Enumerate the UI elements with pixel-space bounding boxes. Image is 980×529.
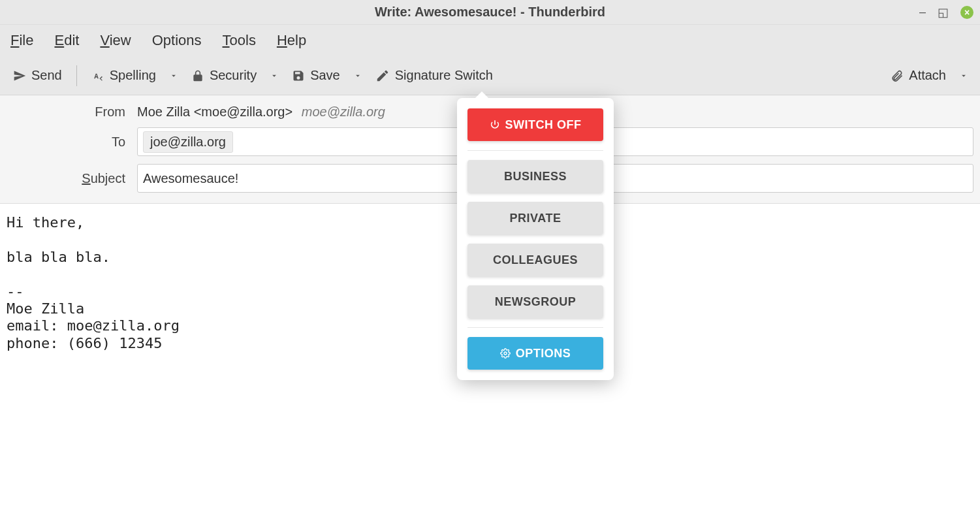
save-dropdown[interactable] — [351, 71, 365, 80]
recipient-chip[interactable]: joe@zilla.org — [143, 131, 233, 153]
from-account: moe@zilla.org — [302, 104, 385, 119]
attach-label: Attach — [909, 68, 946, 83]
to-label: To — [7, 135, 137, 150]
paperclip-icon — [891, 69, 904, 83]
spelling-icon — [91, 69, 104, 82]
signature-option-newsgroup[interactable]: NEWSGROUP — [467, 285, 603, 318]
chevron-down-icon — [270, 71, 279, 80]
switch-off-button[interactable]: SWITCH OFF — [467, 108, 603, 141]
window-title: Write: Awesomesauce! - Thunderbird — [375, 5, 605, 20]
popup-divider — [467, 150, 603, 151]
titlebar: Write: Awesomesauce! - Thunderbird – ◱ × — [0, 0, 980, 25]
signature-icon — [375, 69, 390, 83]
attach-dropdown[interactable] — [956, 71, 971, 80]
signature-option-private[interactable]: PRIVATE — [467, 202, 603, 234]
separator — [76, 65, 77, 86]
window-controls: – ◱ × — [919, 0, 973, 24]
chevron-down-icon — [959, 71, 968, 80]
menu-options[interactable]: Options — [152, 32, 202, 49]
attach-button[interactable]: Attach — [887, 65, 950, 86]
send-icon — [13, 69, 26, 82]
gear-icon — [500, 348, 511, 359]
spelling-label: Spelling — [110, 68, 156, 83]
signature-switch-popup: SWITCH OFF BUSINESS PRIVATE COLLEAGUES N… — [457, 98, 614, 380]
minimize-button[interactable]: – — [919, 5, 926, 19]
menu-edit[interactable]: Edit — [54, 32, 79, 49]
subject-value: Awesomesauce! — [143, 171, 238, 186]
security-dropdown[interactable] — [267, 71, 281, 80]
menu-view[interactable]: View — [100, 32, 131, 49]
options-button[interactable]: OPTIONS — [467, 337, 603, 370]
signature-option-business[interactable]: BUSINESS — [467, 160, 603, 193]
subject-label: Subject — [7, 171, 137, 186]
spelling-button[interactable]: Spelling — [87, 65, 160, 86]
menubar: File Edit View Options Tools Help — [0, 25, 980, 56]
security-button[interactable]: Security — [187, 65, 261, 86]
popup-divider — [467, 327, 603, 328]
power-icon — [490, 120, 500, 130]
signature-option-colleagues[interactable]: COLLEAGUES — [467, 244, 603, 276]
from-identity: Moe Zilla <moe@zilla.org> — [137, 104, 292, 119]
chevron-down-icon — [169, 71, 178, 80]
chevron-down-icon — [353, 71, 362, 80]
security-label: Security — [210, 68, 257, 83]
options-label: OPTIONS — [516, 347, 571, 361]
menu-tools[interactable]: Tools — [223, 32, 256, 49]
from-value[interactable]: Moe Zilla <moe@zilla.org> moe@zilla.org — [137, 104, 385, 120]
save-icon — [292, 69, 305, 82]
save-label: Save — [310, 68, 340, 83]
lock-icon — [191, 69, 204, 82]
signature-switch-button[interactable]: Signature Switch — [371, 65, 497, 86]
send-button[interactable]: Send — [9, 65, 66, 86]
signature-switch-label: Signature Switch — [395, 68, 493, 83]
menu-help[interactable]: Help — [277, 32, 306, 49]
switch-off-label: SWITCH OFF — [505, 118, 582, 132]
close-button[interactable]: × — [960, 6, 973, 19]
maximize-button[interactable]: ◱ — [938, 5, 949, 20]
spelling-dropdown[interactable] — [166, 71, 181, 80]
from-label: From — [7, 104, 137, 120]
send-label: Send — [31, 68, 62, 83]
menu-file[interactable]: File — [10, 32, 33, 49]
save-button[interactable]: Save — [288, 65, 344, 86]
svg-point-0 — [504, 352, 507, 355]
toolbar: Send Spelling Security Save Signature Sw… — [0, 56, 980, 95]
